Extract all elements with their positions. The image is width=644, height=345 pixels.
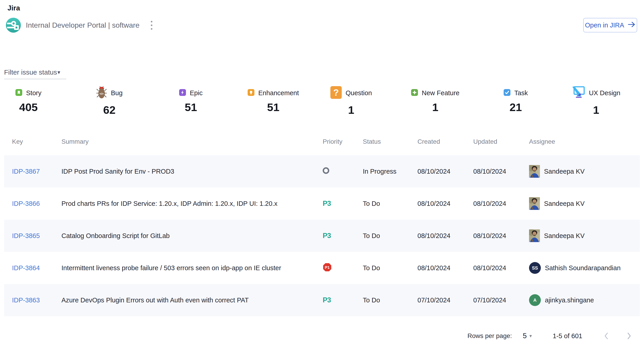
filter-issue-status-select[interactable]: Filter issue status ▾: [4, 68, 66, 79]
issue-created: 08/10/2024: [418, 232, 473, 240]
issue-created: 08/10/2024: [418, 168, 473, 175]
rows-per-page-value: 5: [523, 332, 527, 340]
page-title: Jira: [8, 4, 640, 12]
issue-key-link[interactable]: IDP-3864: [12, 264, 40, 272]
issue-status: In Progress: [363, 168, 418, 175]
issue-type-label: Enhancement: [258, 89, 299, 97]
issue-type-count: 1: [432, 101, 438, 114]
issue-summary: Catalog Onboarding Script for GitLab: [62, 232, 323, 240]
column-status: Status: [363, 138, 418, 145]
open-in-jira-label: Open in JIRA: [585, 21, 624, 29]
issue-updated: 08/10/2024: [473, 264, 529, 272]
pagination-bar: Rows per page: 5 ▾ 1-5 of 601: [4, 329, 640, 343]
column-created: Created: [418, 138, 473, 145]
issue-type-count: 405: [19, 101, 38, 114]
issue-type-count: 1: [593, 104, 599, 116]
entity-name: Internal Developer Portal | software: [26, 21, 140, 29]
issue-type-counts: Story 405: [16, 86, 640, 116]
issue-type-new-feature: New Feature 1: [411, 86, 504, 114]
assignee-name: Sandeepa KV: [544, 200, 584, 207]
issue-key-link[interactable]: IDP-3866: [12, 200, 40, 207]
table-row: IDP-3863 Azure DevOps Plugin Errors out …: [4, 284, 640, 316]
issue-updated: 08/10/2024: [473, 232, 529, 240]
issue-key-link[interactable]: IDP-3863: [12, 297, 40, 304]
issue-type-label: Task: [514, 89, 528, 97]
issue-updated: 07/10/2024: [473, 297, 529, 304]
issue-updated: 08/10/2024: [473, 200, 529, 207]
column-assignee: Assignee: [529, 138, 640, 145]
epic-icon: [179, 89, 186, 97]
issue-type-count: 51: [267, 101, 280, 114]
issue-key-link[interactable]: IDP-3865: [12, 232, 40, 239]
issue-type-count: 1: [348, 104, 354, 116]
next-page-button[interactable]: [625, 332, 633, 340]
assignee-avatar: A: [529, 294, 541, 306]
issue-summary: Prod charts PRs for IDP Service: 1.20.x,…: [62, 200, 323, 207]
assignee-name: ajinkya.shingane: [545, 297, 594, 304]
open-in-jira-button[interactable]: Open in JIRA: [583, 18, 637, 32]
assignee-name: Sandeepa KV: [544, 232, 584, 240]
issue-created: 08/10/2024: [418, 264, 473, 272]
task-icon: [504, 89, 510, 97]
enhancement-icon: [248, 89, 254, 97]
card-header: Internal Developer Portal | software Ope…: [4, 18, 640, 33]
column-updated: Updated: [473, 138, 529, 145]
issue-status: To Do: [363, 297, 418, 304]
more-options-icon[interactable]: [150, 19, 154, 31]
table-row: IDP-3864 Intermittent liveness probe fai…: [4, 252, 640, 284]
issue-type-label: Bug: [111, 89, 123, 97]
priority-p3-label: P3: [323, 296, 331, 304]
table-header: Key Summary Priority Status Created Upda…: [4, 138, 640, 145]
issue-type-bug: </> Bug 62: [96, 86, 179, 116]
ux-design-icon: [572, 86, 585, 100]
priority-none-icon: [323, 167, 329, 174]
issue-created: 07/10/2024: [418, 297, 473, 304]
assignee-avatar: [529, 197, 540, 210]
pagination-range: 1-5 of 601: [552, 332, 582, 340]
issue-status: To Do: [363, 264, 418, 272]
assignee-avatar: [529, 229, 540, 242]
entity-logo-icon: [6, 18, 21, 33]
arrow-right-icon: [628, 21, 636, 29]
issue-summary: Azure DevOps Plugin Errors out with Auth…: [62, 297, 323, 304]
chevron-down-icon: ▾: [57, 69, 60, 75]
story-icon: [16, 89, 22, 97]
issue-type-label: Question: [346, 89, 372, 97]
issue-type-story: Story 405: [16, 86, 96, 114]
priority-p3-label: P3: [323, 199, 331, 207]
svg-text:P1: P1: [325, 265, 330, 270]
issues-table: Key Summary Priority Status Created Upda…: [4, 138, 640, 316]
bug-icon: </>: [96, 86, 107, 100]
priority-p3-label: P3: [323, 232, 331, 240]
issue-type-epic: Epic 51: [179, 86, 248, 114]
issue-status: To Do: [363, 232, 418, 240]
assignee-avatar: [529, 165, 540, 178]
table-row: IDP-3866 Prod charts PRs for IDP Service…: [4, 187, 640, 220]
issue-summary: IDP Post Prod Sanity for Env - PROD3: [62, 168, 323, 175]
issue-type-question: ? Question 1: [330, 86, 411, 116]
issue-type-count: 62: [103, 104, 116, 116]
issue-key-link[interactable]: IDP-3867: [12, 168, 40, 175]
assignee-name: Sandeepa KV: [544, 168, 584, 175]
issue-updated: 08/10/2024: [473, 168, 529, 175]
table-row: IDP-3865 Catalog Onboarding Script for G…: [4, 220, 640, 252]
filter-label: Filter issue status: [4, 68, 57, 76]
rows-per-page-label: Rows per page:: [467, 332, 512, 340]
issue-created: 08/10/2024: [418, 200, 473, 207]
issue-type-label: Epic: [190, 89, 202, 97]
issue-status: To Do: [363, 200, 418, 207]
svg-text:?: ?: [333, 87, 339, 97]
issue-type-label: Story: [26, 89, 42, 97]
question-icon: ?: [330, 86, 342, 100]
assignee-avatar: SS: [529, 262, 541, 274]
assignee-name: Sathish Soundarapandian: [545, 264, 621, 272]
rows-per-page-select[interactable]: 5 ▾: [523, 332, 532, 340]
issue-type-task: Task 21: [504, 86, 572, 114]
previous-page-button[interactable]: [602, 332, 610, 340]
issue-type-count: 21: [510, 101, 522, 114]
new-feature-icon: [411, 89, 418, 97]
table-row: IDP-3867 IDP Post Prod Sanity for Env - …: [4, 155, 640, 187]
issue-type-enhancement: Enhancement 51: [248, 86, 330, 114]
priority-p1-badge: P1: [323, 263, 332, 272]
chevron-down-icon: ▾: [530, 333, 532, 339]
